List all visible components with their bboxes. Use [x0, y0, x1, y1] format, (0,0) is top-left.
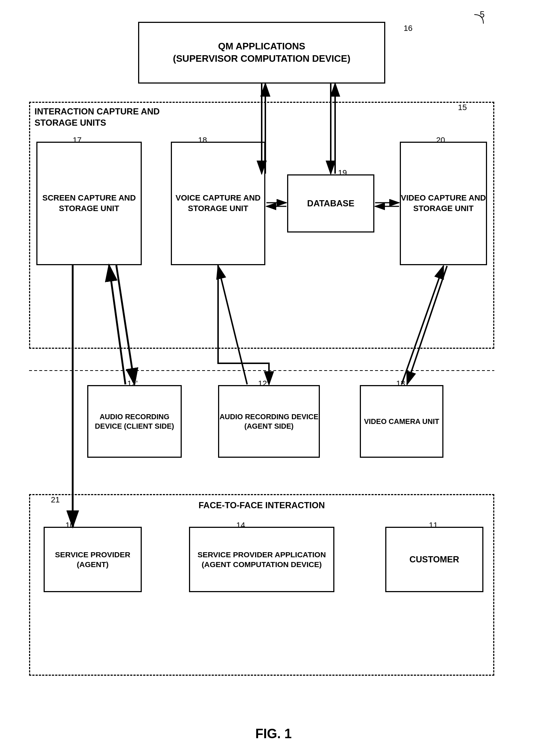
- ref15: 15: [458, 103, 467, 112]
- voice-capture-box: VOICE CAPTURE AND STORAGE UNIT: [171, 142, 265, 265]
- service-provider-label: SERVICE PROVIDER (AGENT): [45, 550, 141, 570]
- screen-capture-label: SCREEN CAPTURE AND STORAGE UNIT: [37, 193, 141, 214]
- audio-client-label: AUDIO RECORDING DEVICE (CLIENT SIDE): [88, 412, 181, 431]
- ref12prime: 12': [127, 379, 138, 388]
- ref20: 20: [436, 136, 445, 145]
- ref19: 19: [338, 168, 347, 178]
- customer-box: CUSTOMER: [385, 527, 483, 592]
- qm-applications-box: QM APPLICATIONS (SUPERVISOR COMPUTATION …: [138, 22, 385, 84]
- ref21: 21: [51, 495, 60, 505]
- video-camera-label: VIDEO CAMERA UNIT: [364, 417, 439, 426]
- video-capture-label: VIDEO CAPTURE AND STORAGE UNIT: [401, 193, 486, 214]
- ref16: 16: [404, 24, 413, 33]
- database-label: DATABASE: [307, 198, 354, 209]
- diagram-container: 5 QM APPLICATIONS (SUPERVISOR COMPUTATIO…: [0, 0, 547, 756]
- voice-capture-label: VOICE CAPTURE AND STORAGE UNIT: [172, 193, 264, 214]
- ref10: 10: [65, 521, 74, 530]
- audio-agent-label: AUDIO RECORDING DEVICE (AGENT SIDE): [219, 412, 319, 431]
- fig-label: FIG. 1: [0, 726, 547, 741]
- video-camera-box: VIDEO CAMERA UNIT: [360, 385, 443, 458]
- service-provider-app-label: SERVICE PROVIDER APPLICATION (AGENT COMP…: [190, 550, 333, 570]
- ref12doubleprime: 12": [258, 379, 270, 388]
- ref13: 13: [396, 379, 405, 388]
- ref17: 17: [73, 136, 81, 145]
- screen-capture-box: SCREEN CAPTURE AND STORAGE UNIT: [36, 142, 142, 265]
- ref11: 11: [429, 521, 438, 530]
- service-provider-box: SERVICE PROVIDER (AGENT): [44, 527, 142, 592]
- database-box: DATABASE: [287, 174, 374, 233]
- customer-label: CUSTOMER: [410, 554, 459, 565]
- face-to-face-title: FACE-TO-FACE INTERACTION: [30, 500, 493, 511]
- service-provider-app-box: SERVICE PROVIDER APPLICATION (AGENT COMP…: [189, 527, 334, 592]
- ref14: 14: [236, 521, 245, 530]
- ref18: 18: [198, 136, 207, 145]
- audio-client-box: AUDIO RECORDING DEVICE (CLIENT SIDE): [87, 385, 182, 458]
- audio-agent-box: AUDIO RECORDING DEVICE (AGENT SIDE): [218, 385, 320, 458]
- svg-text:5: 5: [480, 11, 484, 19]
- interaction-capture-title: INTERACTION CAPTURE AND STORAGE UNITS: [35, 106, 160, 128]
- ref5-label: 5: [460, 11, 489, 32]
- qm-applications-label: QM APPLICATIONS (SUPERVISOR COMPUTATION …: [173, 40, 350, 65]
- video-capture-box: VIDEO CAPTURE AND STORAGE UNIT: [400, 142, 487, 265]
